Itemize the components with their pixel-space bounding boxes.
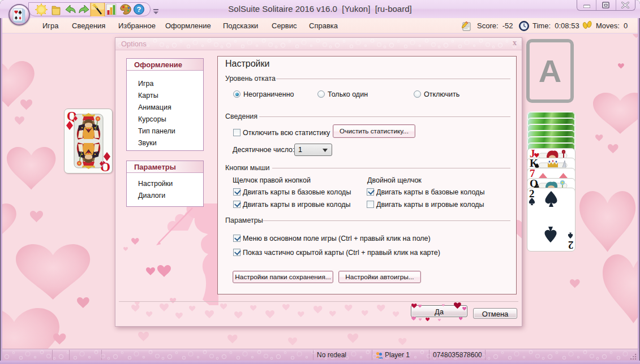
svg-text:2: 2 — [568, 239, 574, 251]
svg-text:?: ? — [137, 5, 141, 14]
